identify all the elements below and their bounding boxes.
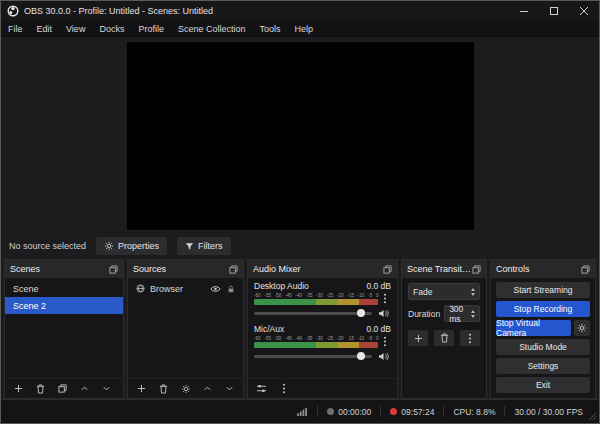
speaker-icon[interactable] bbox=[378, 352, 389, 361]
volume-slider-handle[interactable] bbox=[357, 309, 365, 317]
obs-logo-icon bbox=[7, 5, 19, 17]
move-scene-down-button[interactable] bbox=[100, 382, 113, 396]
source-item[interactable]: Browser bbox=[128, 280, 243, 297]
window-title: OBS 30.0.0 - Profile: Untitled - Scenes:… bbox=[24, 6, 509, 16]
scenes-dock-title: Scenes bbox=[10, 264, 40, 274]
scene-list: Scene Scene 2 bbox=[5, 278, 123, 314]
scene-transitions-dock: Scene Transitions Fade Duration 300 ms bbox=[401, 259, 487, 399]
remove-source-button[interactable] bbox=[157, 382, 170, 396]
menu-help[interactable]: Help bbox=[287, 21, 320, 36]
channel-kebab-icon[interactable] bbox=[378, 292, 391, 305]
settings-button[interactable]: Settings bbox=[496, 358, 590, 374]
filters-button[interactable]: Filters bbox=[177, 237, 231, 255]
menu-file[interactable]: File bbox=[1, 21, 30, 36]
properties-button[interactable]: Properties bbox=[96, 237, 167, 255]
transition-select[interactable]: Fade bbox=[408, 283, 480, 300]
mixer-channel-mic-aux: Mic/Aux 0.0 dB -60-55-50-45-40-35-30-25-… bbox=[248, 321, 397, 364]
close-button[interactable] bbox=[569, 1, 599, 21]
recording-time: 09:57:24 bbox=[401, 407, 434, 417]
scene-item-selected[interactable]: Scene 2 bbox=[5, 297, 123, 314]
recording-timer: 09:57:24 bbox=[390, 407, 434, 417]
no-source-selected-label: No source selected bbox=[9, 241, 86, 251]
channel-kebab-icon[interactable] bbox=[378, 335, 391, 348]
sources-dock-header[interactable]: Sources bbox=[128, 260, 243, 278]
audio-mixer-dock: Audio Mixer Desktop Audio 0.0 dB -60-5 bbox=[247, 259, 398, 399]
transitions-dock-header[interactable]: Scene Transitions bbox=[402, 260, 486, 278]
volume-slider[interactable] bbox=[254, 355, 372, 358]
minimize-button[interactable] bbox=[509, 1, 539, 21]
resize-grip[interactable] bbox=[588, 412, 597, 421]
channel-name: Mic/Aux bbox=[254, 324, 284, 335]
channel-db-value: 0.0 dB bbox=[366, 324, 391, 335]
transition-select-value: Fade bbox=[413, 287, 432, 297]
meter-scale: -60-55-50-45-40-35-30-25-20-15-10-50 bbox=[254, 293, 379, 298]
controls-dock-title: Controls bbox=[496, 264, 530, 274]
move-source-down-button[interactable] bbox=[223, 382, 236, 396]
obs-window: OBS 30.0.0 - Profile: Untitled - Scenes:… bbox=[0, 0, 600, 424]
source-properties-gear-icon[interactable] bbox=[179, 382, 192, 396]
exit-button[interactable]: Exit bbox=[496, 377, 590, 393]
menu-docks[interactable]: Docks bbox=[92, 21, 131, 36]
start-streaming-button[interactable]: Start Streaming bbox=[496, 282, 590, 298]
move-source-up-button[interactable] bbox=[201, 382, 214, 396]
menu-scene-collection[interactable]: Scene Collection bbox=[171, 21, 253, 36]
volume-meter bbox=[254, 299, 378, 305]
add-scene-button[interactable] bbox=[12, 382, 25, 396]
remove-transition-button[interactable] bbox=[434, 330, 454, 346]
popout-icon[interactable] bbox=[109, 265, 118, 274]
popout-icon[interactable] bbox=[581, 265, 590, 274]
source-list: Browser bbox=[128, 278, 243, 297]
popout-icon[interactable] bbox=[229, 265, 238, 274]
channel-name: Desktop Audio bbox=[254, 281, 309, 292]
speaker-icon[interactable] bbox=[378, 309, 389, 318]
maximize-button[interactable] bbox=[539, 1, 569, 21]
stop-virtual-camera-button[interactable]: Stop Virtual Camera bbox=[496, 320, 571, 336]
recording-status-dot-icon bbox=[390, 408, 397, 415]
transition-kebab-icon[interactable] bbox=[460, 330, 480, 346]
virtual-camera-settings-gear-icon[interactable] bbox=[574, 320, 590, 336]
duration-value: 300 ms bbox=[449, 304, 471, 324]
volume-slider[interactable] bbox=[254, 312, 372, 315]
volume-slider-handle[interactable] bbox=[357, 352, 365, 360]
lock-icon[interactable] bbox=[227, 285, 235, 293]
controls-dock-header[interactable]: Controls bbox=[491, 260, 595, 278]
mixer-kebab-icon[interactable] bbox=[277, 382, 290, 396]
meter-scale: -60-55-50-45-40-35-30-25-20-15-10-50 bbox=[254, 336, 379, 341]
duration-spinbox[interactable]: 300 ms bbox=[444, 305, 480, 322]
add-transition-button[interactable] bbox=[408, 330, 428, 346]
menu-profile[interactable]: Profile bbox=[131, 21, 171, 36]
titlebar[interactable]: OBS 30.0.0 - Profile: Untitled - Scenes:… bbox=[1, 1, 599, 21]
source-toolbar: No source selected Properties Filters bbox=[1, 233, 599, 259]
preview-area bbox=[1, 37, 599, 233]
mixer-sliders-icon[interactable] bbox=[255, 382, 268, 396]
source-item-label: Browser bbox=[150, 284, 183, 294]
move-scene-up-button[interactable] bbox=[78, 382, 91, 396]
divider bbox=[380, 406, 381, 417]
scene-item-label: Scene 2 bbox=[13, 301, 46, 311]
popout-icon[interactable] bbox=[383, 265, 392, 274]
popout-icon[interactable] bbox=[472, 265, 481, 274]
divider bbox=[504, 406, 505, 417]
studio-mode-button[interactable]: Studio Mode bbox=[496, 339, 590, 355]
eye-icon[interactable] bbox=[210, 285, 221, 293]
sources-dock-title: Sources bbox=[133, 264, 166, 274]
mixer-channel-desktop-audio: Desktop Audio 0.0 dB -60-55-50-45-40-35-… bbox=[248, 278, 397, 321]
duplicate-scene-icon[interactable] bbox=[56, 382, 69, 396]
mixer-toolbar bbox=[248, 378, 397, 398]
preview-canvas[interactable] bbox=[127, 42, 474, 230]
sources-toolbar bbox=[128, 378, 243, 398]
mixer-dock-header[interactable]: Audio Mixer bbox=[248, 260, 397, 278]
add-source-button[interactable] bbox=[135, 382, 148, 396]
stop-recording-button[interactable]: Stop Recording bbox=[496, 301, 590, 317]
menu-view[interactable]: View bbox=[59, 21, 92, 36]
remove-scene-button[interactable] bbox=[34, 382, 47, 396]
scene-item[interactable]: Scene bbox=[5, 280, 123, 297]
globe-icon bbox=[136, 284, 145, 293]
menu-tools[interactable]: Tools bbox=[252, 21, 287, 36]
signal-bars-icon bbox=[297, 407, 308, 416]
menu-edit[interactable]: Edit bbox=[30, 21, 60, 36]
scenes-dock-header[interactable]: Scenes bbox=[5, 260, 123, 278]
scene-item-label: Scene bbox=[13, 284, 39, 294]
properties-button-label: Properties bbox=[118, 241, 159, 251]
stream-time: 00:00:00 bbox=[338, 407, 371, 417]
